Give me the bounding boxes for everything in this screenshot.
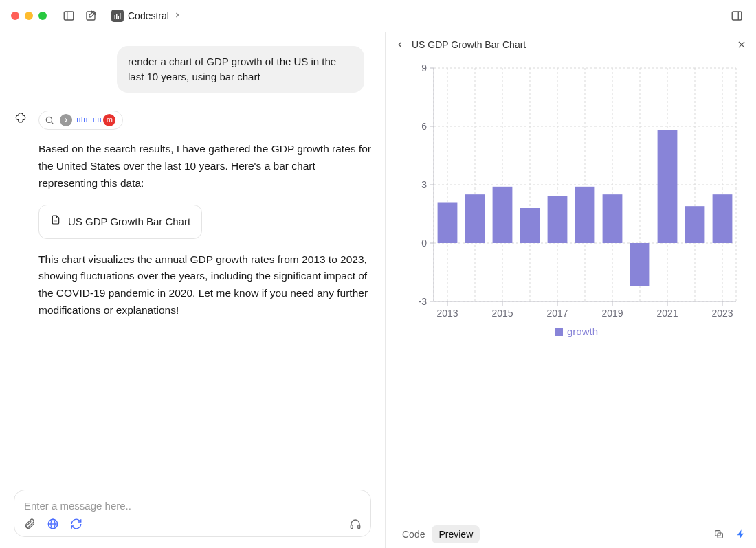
composer-wrap <box>0 483 385 548</box>
svg-rect-53 <box>712 194 732 243</box>
tab-code[interactable]: Code <box>395 525 432 543</box>
user-message-row: render a chart of GDP growth of the US i… <box>14 46 371 93</box>
svg-rect-73 <box>555 328 563 336</box>
model-logo-icon <box>111 10 124 22</box>
artifact-chip[interactable]: US GDP Growth Bar Chart <box>38 205 202 239</box>
viewer-header: US GDP Growth Bar Chart <box>386 32 756 57</box>
assistant-paragraph-2: This chart visualizes the annual GDP gro… <box>38 251 371 319</box>
svg-text:9: 9 <box>421 62 427 73</box>
svg-point-9 <box>46 117 52 122</box>
chat-scroll[interactable]: render a chart of GDP growth of the US i… <box>0 32 385 483</box>
svg-rect-5 <box>118 16 120 19</box>
minimize-window-button[interactable] <box>25 12 33 20</box>
model-name: Codestral <box>128 10 169 21</box>
svg-line-10 <box>51 122 53 124</box>
svg-text:2023: 2023 <box>711 308 733 319</box>
svg-text:0: 0 <box>421 238 427 249</box>
close-icon[interactable] <box>737 40 746 49</box>
artifact-label: US GDP Growth Bar Chart <box>68 214 190 230</box>
view-mode-toggle: Code Preview <box>395 525 480 543</box>
sidebar-toggle-icon[interactable] <box>60 8 77 24</box>
search-icon <box>43 114 56 126</box>
chart: -30369201320152017201920212023growth <box>399 61 743 352</box>
svg-rect-50 <box>630 243 649 286</box>
assistant-avatar-icon <box>14 112 29 127</box>
composer-toolbar <box>23 517 362 531</box>
svg-text:2021: 2021 <box>656 308 678 319</box>
svg-rect-52 <box>685 206 704 243</box>
message-input[interactable] <box>23 496 362 516</box>
svg-rect-44 <box>465 194 485 243</box>
svg-text:3: 3 <box>421 179 427 190</box>
search-tool-chip[interactable]: ıılıılıılıı m <box>38 111 123 130</box>
tool-letters: ıılıılıılıı <box>76 114 102 126</box>
arrow-circle-icon <box>60 114 72 126</box>
viewer-footer: Code Preview <box>386 521 756 548</box>
titlebar: Codestral <box>0 0 756 32</box>
copy-icon[interactable] <box>713 529 724 540</box>
svg-rect-16 <box>351 525 353 529</box>
svg-rect-47 <box>547 196 567 243</box>
attachment-icon[interactable] <box>23 517 36 531</box>
svg-rect-48 <box>575 187 594 243</box>
svg-rect-6 <box>120 13 121 19</box>
new-chat-icon[interactable] <box>82 8 99 24</box>
model-selector[interactable]: Codestral <box>109 8 184 23</box>
viewer-body: -30369201320152017201920212023growth <box>386 57 756 521</box>
tool-chip-row: ıılıılıılıı m <box>38 111 371 130</box>
fullscreen-window-button[interactable] <box>38 12 47 20</box>
close-window-button[interactable] <box>11 12 19 20</box>
chevron-right-icon <box>173 10 181 21</box>
composer <box>14 490 371 537</box>
svg-text:2013: 2013 <box>436 308 458 319</box>
tool-badge: m <box>103 114 115 126</box>
main-split: render a chart of GDP growth of the US i… <box>0 32 756 548</box>
svg-text:2017: 2017 <box>546 308 568 319</box>
viewer-title: US GDP Growth Bar Chart <box>412 39 526 50</box>
svg-text:6: 6 <box>421 121 427 132</box>
window-controls <box>11 12 47 20</box>
svg-rect-49 <box>602 194 622 243</box>
assistant-paragraph-1: Based on the search results, I have gath… <box>38 141 371 192</box>
bolt-icon[interactable] <box>735 529 746 540</box>
svg-rect-3 <box>115 15 116 19</box>
tab-preview[interactable]: Preview <box>432 525 480 543</box>
svg-rect-43 <box>437 203 457 244</box>
assistant-content: ıılıılıılıı m Based on the search result… <box>38 111 371 332</box>
refresh-icon[interactable] <box>69 517 83 531</box>
svg-rect-7 <box>732 12 742 20</box>
headphones-icon[interactable] <box>348 517 362 531</box>
svg-rect-51 <box>657 130 677 243</box>
svg-rect-45 <box>492 187 512 243</box>
document-icon <box>50 214 61 230</box>
chat-pane: render a chart of GDP growth of the US i… <box>0 32 385 548</box>
svg-text:growth: growth <box>567 326 598 337</box>
svg-rect-4 <box>116 14 118 19</box>
user-message: render a chart of GDP growth of the US i… <box>117 46 364 93</box>
panel-toggle-icon[interactable] <box>729 8 745 24</box>
assistant-row: ıılıılıılıı m Based on the search result… <box>14 111 371 332</box>
svg-text:2019: 2019 <box>601 308 623 319</box>
back-icon[interactable] <box>395 40 405 49</box>
svg-text:2015: 2015 <box>491 308 513 319</box>
svg-rect-0 <box>64 12 74 20</box>
globe-icon[interactable] <box>46 517 60 531</box>
svg-rect-46 <box>520 208 540 243</box>
svg-text:-3: -3 <box>418 296 427 307</box>
svg-rect-17 <box>358 525 360 529</box>
artifact-viewer-pane: US GDP Growth Bar Chart -303692013201520… <box>385 32 756 548</box>
